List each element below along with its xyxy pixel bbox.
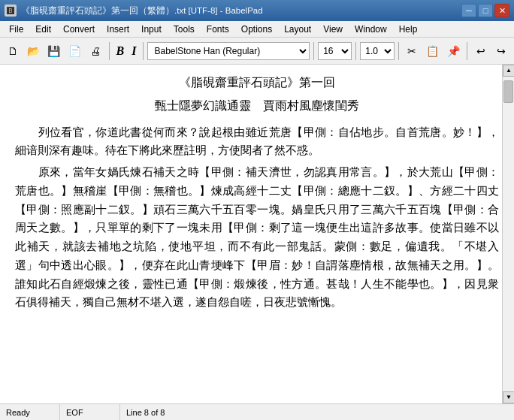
close-button[interactable]: ✕ — [494, 4, 509, 17]
toolbar-separator-1 — [109, 42, 110, 60]
minimize-button[interactable]: ─ — [461, 4, 476, 17]
paste-button[interactable]: 📌 — [444, 41, 464, 61]
app-icon: 🅱 — [5, 5, 17, 17]
scroll-thumb[interactable] — [503, 80, 513, 103]
toolbar-separator-6 — [467, 42, 467, 60]
italic-label[interactable]: I — [128, 44, 139, 58]
menu-window[interactable]: Window — [349, 21, 393, 37]
title-line1: 《脂硯齋重評石頭記》第一回 — [15, 72, 499, 94]
save-as-button[interactable]: 📄 — [65, 41, 85, 61]
menu-insert[interactable]: Insert — [101, 21, 135, 37]
window-controls: ─ □ ✕ — [461, 4, 509, 17]
scrollbar[interactable]: ▲ ▼ — [502, 65, 514, 403]
toolbar-separator-3 — [313, 42, 314, 60]
redo-button[interactable]: ↪ — [492, 41, 512, 61]
menu-options[interactable]: Options — [235, 21, 278, 37]
paragraph-1: 列位看官，你道此書從何而來？說起根由雖近荒唐【甲側：自佔地步。自首荒唐。妙！】，… — [15, 123, 499, 161]
menu-help[interactable]: Help — [393, 21, 424, 37]
open-button[interactable]: 📂 — [24, 41, 44, 61]
menu-view[interactable]: View — [317, 21, 349, 37]
title-line2: 甄士隱夢幻識通靈 賈雨村風塵懷閨秀 — [15, 95, 499, 117]
status-eof: EOF — [60, 404, 120, 420]
toolbar-separator-2 — [143, 42, 144, 60]
menu-fonts[interactable]: Fonts — [201, 21, 235, 37]
toolbar-separator-4 — [355, 42, 356, 60]
save-button[interactable]: 💾 — [44, 41, 64, 61]
font-select[interactable]: BabelStone Han (Regular) — [147, 42, 310, 60]
undo-button[interactable]: ↩ — [471, 41, 491, 61]
font-ratio-select[interactable]: 1.0 — [360, 42, 394, 60]
menu-edit[interactable]: Edit — [29, 21, 57, 37]
font-size-select[interactable]: 16 — [318, 42, 352, 60]
paragraph-2: 原來，當年女媧氏煉石補天之時【甲側：補天濟世，勿認真用常言。】，於大荒山【甲側：… — [15, 163, 499, 312]
title-bar-left: 🅱 《脂硯齋重評石頭記》第一回（繁體）.txt [UTF-8] - BabelP… — [5, 5, 263, 17]
menu-file[interactable]: File — [3, 21, 29, 37]
window-title: 《脂硯齋重評石頭記》第一回（繁體）.txt [UTF-8] - BabelPad — [21, 5, 263, 17]
scroll-track[interactable] — [503, 77, 514, 391]
content-area[interactable]: 《脂硯齋重評石頭記》第一回 甄士隱夢幻識通靈 賈雨村風塵懷閨秀 列位看官，你道此… — [0, 65, 514, 403]
toolbar-separator-5 — [398, 42, 399, 60]
print-button[interactable]: 🖨 — [86, 41, 105, 61]
menu-convert[interactable]: Convert — [57, 21, 101, 37]
copy-button[interactable]: 📋 — [423, 41, 443, 61]
toolbar: 🗋 📂 💾 📄 🖨 B I BabelStone Han (Regular) 1… — [0, 38, 514, 65]
cut-button[interactable]: ✂ — [403, 41, 422, 61]
menu-layout[interactable]: Layout — [278, 21, 317, 37]
bold-label[interactable]: B — [113, 44, 128, 58]
menu-tools[interactable]: Tools — [168, 21, 201, 37]
document-content: 《脂硯齋重評石頭記》第一回 甄士隱夢幻識通靈 賈雨村風塵懷閨秀 列位看官，你道此… — [15, 72, 499, 396]
title-bar: 🅱 《脂硯齋重評石頭記》第一回（繁體）.txt [UTF-8] - BabelP… — [0, 0, 514, 21]
status-bar: Ready EOF Line 8 of 8 — [0, 403, 514, 420]
menu-bar: File Edit Convert Insert Input Tools Fon… — [0, 21, 514, 38]
scroll-up-button[interactable]: ▲ — [503, 65, 514, 77]
status-ready: Ready — [0, 404, 60, 420]
new-button[interactable]: 🗋 — [3, 41, 23, 61]
scroll-down-button[interactable]: ▼ — [503, 391, 514, 403]
status-line-info: Line 8 of 8 — [120, 404, 514, 420]
content-wrapper: 《脂硯齋重評石頭記》第一回 甄士隱夢幻識通靈 賈雨村風塵懷閨秀 列位看官，你道此… — [0, 65, 514, 403]
menu-input[interactable]: Input — [135, 21, 168, 37]
maximize-button[interactable]: □ — [478, 4, 493, 17]
